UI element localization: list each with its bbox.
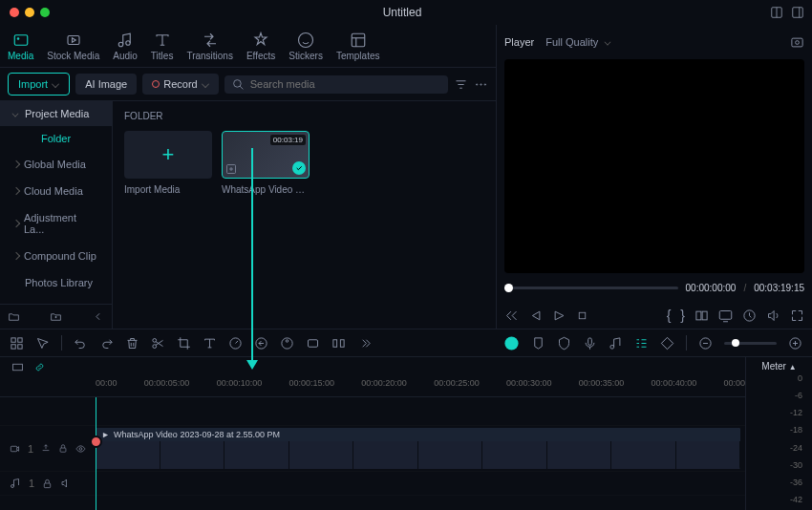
sidebar-item-adjustment[interactable]: Adjustment La... [0, 204, 112, 243]
svg-rect-36 [309, 339, 318, 347]
svg-point-5 [17, 37, 19, 39]
layout-grid-icon[interactable] [10, 336, 24, 351]
visibility-icon[interactable] [75, 443, 86, 455]
svg-rect-42 [661, 337, 673, 349]
prev-frame-icon[interactable] [504, 308, 519, 323]
snapshot-icon[interactable] [790, 35, 804, 50]
tab-transitions[interactable]: Transitions [186, 32, 233, 61]
reverse-icon[interactable] [254, 336, 268, 351]
tab-audio[interactable]: Audio [113, 32, 138, 61]
stop-icon[interactable] [576, 309, 588, 322]
svg-rect-24 [719, 310, 732, 319]
link-icon[interactable] [33, 361, 46, 373]
zoom-in-icon[interactable] [788, 336, 802, 351]
media-clip[interactable]: 00:03:19 WhatsApp Video 202... [222, 131, 310, 195]
play-icon[interactable] [552, 308, 566, 323]
video-clip[interactable]: WhatsApp Video 2023-09-28 at 2.55.00 PM [96, 428, 740, 469]
collapse-icon[interactable] [92, 310, 104, 323]
undo-icon[interactable] [74, 336, 88, 351]
zoom-slider[interactable] [724, 342, 777, 345]
tab-titles[interactable]: Titles [151, 32, 174, 61]
crop-icon[interactable] [177, 336, 191, 351]
mask-icon[interactable] [331, 336, 346, 351]
mark-in-icon[interactable]: { [667, 308, 672, 323]
audio-meter: Meter ▲ 0-6-12-18-24-30-36-42 [745, 357, 812, 510]
tab-media[interactable]: Media [8, 32, 33, 61]
quality-dropdown[interactable]: Full Quality [545, 36, 611, 48]
audio-track-icon [10, 478, 21, 489]
import-media-tile[interactable]: + Import Media [124, 131, 212, 195]
panel-icon[interactable] [791, 6, 804, 19]
svg-point-35 [286, 339, 288, 342]
music-icon[interactable] [609, 336, 623, 351]
lock-icon[interactable] [42, 478, 53, 489]
play-back-icon[interactable] [528, 308, 543, 323]
text-icon[interactable] [203, 336, 217, 351]
marker-icon[interactable] [531, 336, 545, 351]
player-viewport[interactable] [504, 59, 804, 273]
titlebar: Untitled [0, 0, 812, 25]
shield-icon[interactable] [557, 336, 571, 351]
zoom-out-icon[interactable] [698, 336, 713, 351]
more-icon[interactable] [474, 77, 488, 92]
tab-effects[interactable]: Effects [246, 32, 275, 61]
ai-image-button[interactable]: AI Image [75, 74, 137, 95]
import-button[interactable]: Import [8, 73, 70, 96]
svg-rect-40 [588, 337, 592, 345]
window-controls[interactable] [0, 8, 50, 17]
color-icon[interactable] [280, 336, 294, 351]
more-tools-icon[interactable] [357, 336, 372, 351]
render-icon[interactable] [742, 308, 757, 323]
sidebar-folder[interactable]: Folder [0, 126, 112, 151]
mute-icon[interactable] [60, 478, 72, 489]
mic-icon[interactable] [583, 336, 597, 351]
tab-templates[interactable]: Templates [336, 32, 380, 61]
pointer-icon[interactable] [35, 336, 50, 351]
add-to-timeline-icon[interactable] [225, 163, 237, 175]
adjust-icon[interactable] [306, 336, 320, 351]
sidebar-item-compound[interactable]: Compound Clip [0, 243, 112, 269]
svg-rect-10 [352, 33, 365, 47]
split-icon[interactable] [151, 336, 165, 351]
plus-icon: + [162, 142, 175, 167]
svg-rect-19 [792, 38, 802, 47]
svg-rect-50 [44, 483, 50, 488]
volume-icon[interactable] [766, 308, 780, 323]
svg-rect-47 [60, 448, 66, 452]
progress-slider[interactable] [504, 287, 678, 289]
track-toggle-icon[interactable] [11, 361, 24, 373]
export-track-icon[interactable] [41, 443, 51, 454]
svg-rect-23 [702, 311, 707, 320]
svg-point-13 [233, 79, 241, 87]
tab-stock-media[interactable]: Stock Media [47, 32, 99, 61]
filter-icon[interactable] [454, 77, 468, 92]
total-time: 00:03:19:15 [754, 283, 804, 293]
new-folder-icon[interactable] [8, 310, 20, 323]
tab-stickers[interactable]: Stickers [288, 32, 323, 61]
display-icon[interactable] [718, 308, 733, 323]
search-input[interactable] [250, 78, 440, 90]
svg-rect-45 [13, 364, 23, 371]
svg-point-9 [126, 40, 131, 45]
compare-icon[interactable] [694, 308, 709, 323]
delete-icon[interactable] [125, 336, 139, 351]
svg-rect-38 [340, 339, 344, 347]
ai-icon[interactable] [503, 335, 520, 351]
record-button[interactable]: Record [142, 74, 218, 95]
speed-icon[interactable] [228, 336, 243, 351]
sidebar-item-cloud[interactable]: Cloud Media [0, 178, 112, 204]
search-field[interactable] [224, 75, 448, 94]
layout-icon[interactable] [770, 6, 783, 19]
redo-icon[interactable] [99, 336, 114, 351]
mark-out-icon[interactable]: } [680, 308, 685, 323]
new-bin-icon[interactable] [50, 310, 62, 323]
timeline-ruler[interactable]: 00:0000:00:05:0000:00:10:0000:00:15:0000… [0, 376, 745, 397]
document-title: Untitled [383, 6, 422, 19]
sidebar-item-photos[interactable]: Photos Library [0, 269, 112, 296]
keyframe-icon[interactable] [660, 336, 674, 351]
sidebar-item-global[interactable]: Global Media [0, 151, 112, 178]
sidebar-header[interactable]: Project Media [0, 101, 112, 126]
lock-icon[interactable] [58, 443, 68, 454]
fullscreen-icon[interactable] [790, 308, 804, 323]
mix-icon[interactable] [634, 336, 649, 351]
